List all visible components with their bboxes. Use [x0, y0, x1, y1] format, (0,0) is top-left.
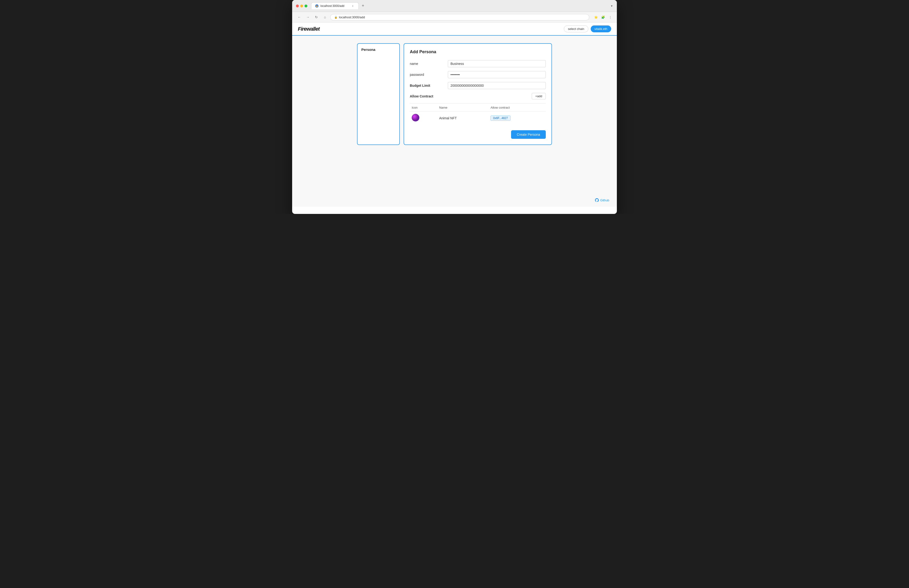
create-persona-button[interactable]: Create Persona — [511, 130, 546, 139]
nft-icon — [412, 114, 419, 121]
budget-limit-input[interactable] — [448, 82, 546, 89]
browser-extensions: ⭐ 🧩 ⋮ — [593, 14, 613, 20]
url-text: localhost:3000/add — [339, 15, 365, 19]
back-button[interactable]: ← — [296, 14, 303, 21]
app-header: Firewallet select chain vitalik.eth — [292, 23, 617, 36]
github-icon — [595, 198, 599, 202]
password-row: password — [410, 71, 546, 78]
header-actions: select chain vitalik.eth — [564, 26, 611, 32]
col-name: Name — [437, 103, 489, 111]
contracts-body: Animal NFT 0x6F...4827 — [410, 111, 546, 125]
close-button[interactable] — [296, 5, 299, 7]
allow-contract-row: Allow Contract +add — [410, 93, 546, 99]
table-header: Icon Name Allow contract — [410, 103, 546, 111]
contract-name-cell: Animal NFT — [437, 111, 489, 125]
logo: Firewallet — [298, 26, 320, 32]
active-tab[interactable]: 🔥 localhost:3000/add × — [311, 2, 359, 9]
budget-limit-row: Budget Limit — [410, 82, 546, 89]
home-button[interactable]: ⌂ — [321, 14, 328, 21]
window-controls: ▼ — [610, 5, 613, 7]
form-actions: Create Persona — [410, 130, 546, 139]
name-label: name — [410, 62, 448, 66]
persona-panel-title: Persona — [361, 47, 396, 52]
contract-icon-cell — [410, 111, 437, 125]
menu-icon[interactable]: ⋮ — [607, 14, 613, 20]
contract-address-cell: 0x6F...4827 — [489, 111, 546, 125]
footer[interactable]: Github — [595, 198, 609, 202]
password-label: password — [410, 73, 448, 76]
budget-limit-label: Budget Limit — [410, 84, 448, 87]
add-persona-heading: Add Persona — [410, 49, 546, 55]
col-icon: Icon — [410, 103, 437, 111]
tab-favicon: 🔥 — [315, 4, 318, 8]
contract-badge: 0x6F...4827 — [491, 116, 510, 121]
allow-contract-label: Allow Contract — [410, 94, 448, 98]
minimize-button[interactable] — [300, 5, 303, 7]
app-content: Persona Add Persona name password Budget… — [292, 36, 617, 207]
table-row: Animal NFT 0x6F...4827 — [410, 111, 546, 125]
bookmark-icon[interactable]: ⭐ — [593, 14, 599, 20]
add-persona-panel: Add Persona name password Budget Limit — [404, 43, 552, 145]
forward-button[interactable]: → — [305, 14, 311, 21]
content-wrapper: Persona Add Persona name password Budget… — [357, 43, 552, 145]
name-input[interactable] — [448, 60, 546, 67]
address-bar[interactable]: 🔒 localhost:3000/add — [330, 14, 589, 21]
add-contract-button[interactable]: +add — [532, 93, 546, 99]
title-bar: 🔥 localhost:3000/add × + ▼ — [292, 0, 617, 12]
nav-bar: ← → ↻ ⌂ 🔒 localhost:3000/add ⭐ 🧩 ⋮ — [292, 12, 617, 23]
name-row: name — [410, 60, 546, 67]
extensions-icon[interactable]: 🧩 — [600, 14, 606, 20]
lock-icon: 🔒 — [334, 16, 337, 19]
traffic-lights — [296, 5, 307, 7]
account-button[interactable]: vitalik.eth — [591, 26, 611, 32]
tab-title: localhost:3000/add — [320, 4, 344, 8]
new-tab-button[interactable]: + — [360, 3, 366, 9]
select-chain-button[interactable]: select chain — [564, 26, 588, 32]
col-allow-contract: Allow contract — [489, 103, 546, 111]
github-label: Github — [600, 199, 609, 202]
tab-bar: 🔥 localhost:3000/add × + — [311, 2, 609, 9]
password-input[interactable] — [448, 71, 546, 78]
persona-panel: Persona — [357, 43, 400, 145]
reload-button[interactable]: ↻ — [313, 14, 320, 21]
contracts-table: Icon Name Allow contract Animal NFT 0x6F… — [410, 103, 546, 124]
tab-close-button[interactable]: × — [351, 4, 355, 8]
maximize-button[interactable] — [305, 5, 307, 7]
